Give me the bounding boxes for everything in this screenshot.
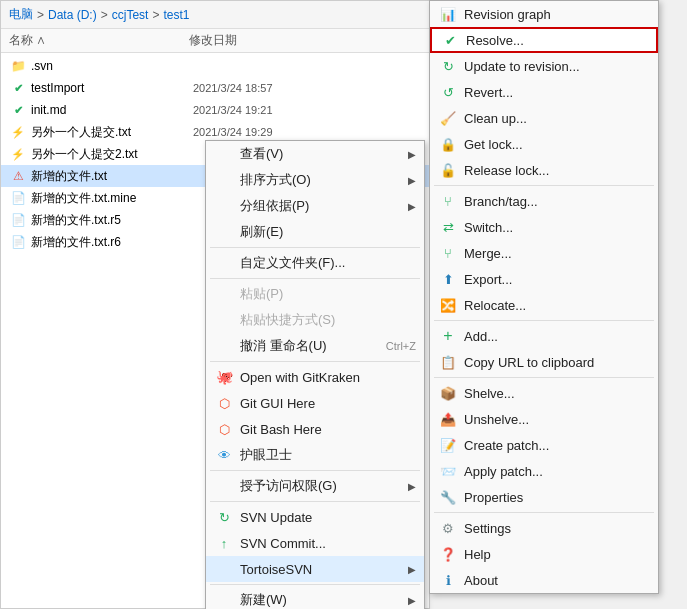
unshelve-icon: 📤 — [438, 409, 458, 429]
separator — [434, 377, 654, 378]
menu-item-eye[interactable]: 👁 护眼卫士 — [206, 442, 424, 468]
menu-label: Update to revision... — [464, 59, 650, 74]
paste-icon — [214, 284, 234, 304]
file-date: 2021/3/24 19:21 — [193, 104, 333, 116]
submenu-arrow: ▶ — [408, 595, 416, 606]
branch-icon: ⑂ — [438, 191, 458, 211]
menu-item-release-lock[interactable]: 🔓 Release lock... — [430, 157, 658, 183]
menu-item-add[interactable]: + Add... — [430, 323, 658, 349]
menu-label: Help — [464, 547, 650, 562]
menu-item-about[interactable]: ℹ About — [430, 567, 658, 593]
menu-item-switch[interactable]: ⇄ Switch... — [430, 214, 658, 240]
menu-item-sort[interactable]: 排序方式(O) ▶ — [206, 167, 424, 193]
col-name-header: 名称 ∧ — [9, 32, 189, 49]
resolve-icon: ✔ — [440, 30, 460, 50]
menu-item-export[interactable]: ⬆ Export... — [430, 266, 658, 292]
menu-item-customize[interactable]: 自定义文件夹(F)... — [206, 250, 424, 276]
breadcrumb-drive[interactable]: Data (D:) — [48, 8, 97, 22]
menu-item-branch-tag[interactable]: ⑂ Branch/tag... — [430, 188, 658, 214]
menu-item-resolve[interactable]: ✔ Resolve... — [430, 27, 658, 53]
menu-label: Clean up... — [464, 111, 650, 126]
menu-item-svn-properties[interactable]: 🔧 Properties — [430, 484, 658, 510]
breadcrumb-folder[interactable]: test1 — [163, 8, 189, 22]
breadcrumb-proj[interactable]: ccjTest — [112, 8, 149, 22]
menu-item-cleanup[interactable]: 🧹 Clean up... — [430, 105, 658, 131]
menu-item-settings[interactable]: ⚙ Settings — [430, 515, 658, 541]
menu-label: 查看(V) — [240, 145, 408, 163]
menu-item-svn-update[interactable]: ↻ SVN Update — [206, 504, 424, 530]
menu-item-group[interactable]: 分组依据(P) ▶ — [206, 193, 424, 219]
menu-item-merge[interactable]: ⑂ Merge... — [430, 240, 658, 266]
menu-item-unshelve[interactable]: 📤 Unshelve... — [430, 406, 658, 432]
menu-label: Git GUI Here — [240, 396, 416, 411]
settings-icon: ⚙ — [438, 518, 458, 538]
menu-label: 粘贴(P) — [240, 285, 416, 303]
file-name: 新增的文件.txt.r6 — [31, 234, 193, 251]
file-row[interactable]: ✔ testImport 2021/3/24 18:57 — [1, 77, 429, 99]
menu-item-refresh[interactable]: 刷新(E) — [206, 219, 424, 245]
submenu-arrow: ▶ — [408, 481, 416, 492]
menu-item-help[interactable]: ❓ Help — [430, 541, 658, 567]
svn-ok-icon: ✔ — [9, 79, 27, 97]
menu-item-new[interactable]: 新建(W) ▶ — [206, 587, 424, 609]
submenu-arrow: ▶ — [408, 175, 416, 186]
file-row[interactable]: 📁 .svn — [1, 55, 429, 77]
submenu-arrow: ▶ — [408, 201, 416, 212]
submenu-arrow: ▶ — [408, 149, 416, 160]
git-gui-icon: ⬡ — [214, 393, 234, 413]
menu-item-relocate[interactable]: 🔀 Relocate... — [430, 292, 658, 318]
file-name: 新增的文件.txt — [31, 168, 193, 185]
git-bash-icon: ⬡ — [214, 419, 234, 439]
menu-item-git-bash[interactable]: ⬡ Git Bash Here — [206, 416, 424, 442]
customize-icon — [214, 253, 234, 273]
menu-label: 粘贴快捷方式(S) — [240, 311, 416, 329]
menu-item-paste-shortcut: 粘贴快捷方式(S) — [206, 307, 424, 333]
view-icon — [214, 144, 234, 164]
menu-item-update-revision[interactable]: ↻ Update to revision... — [430, 53, 658, 79]
menu-item-svn-commit[interactable]: ↑ SVN Commit... — [206, 530, 424, 556]
menu-item-view[interactable]: 查看(V) ▶ — [206, 141, 424, 167]
file-date: 2021/3/24 18:57 — [193, 82, 333, 94]
paste-shortcut-icon — [214, 310, 234, 330]
menu-item-tortoisesvn[interactable]: TortoiseSVN ▶ — [206, 556, 424, 582]
menu-label: Resolve... — [466, 33, 648, 48]
file-row[interactable]: ✔ init.md 2021/3/24 19:21 — [1, 99, 429, 121]
menu-item-git-gui[interactable]: ⬡ Git GUI Here — [206, 390, 424, 416]
menu-item-revert[interactable]: ↺ Revert... — [430, 79, 658, 105]
relocate-icon: 🔀 — [438, 295, 458, 315]
new-icon — [214, 590, 234, 609]
menu-label: Release lock... — [464, 163, 650, 178]
menu-item-gitkraken[interactable]: 🐙 Open with GitKraken — [206, 364, 424, 390]
svn-ok-icon: ✔ — [9, 101, 27, 119]
separator — [210, 361, 420, 362]
menu-item-copy-url[interactable]: 📋 Copy URL to clipboard — [430, 349, 658, 375]
tortoisesvn-icon — [214, 559, 234, 579]
separator — [210, 278, 420, 279]
menu-item-get-lock[interactable]: 🔒 Get lock... — [430, 131, 658, 157]
menu-label: 新建(W) — [240, 591, 408, 609]
menu-item-shelve[interactable]: 📦 Shelve... — [430, 380, 658, 406]
conflict-icon: ⚠ — [9, 167, 27, 185]
menu-item-undo[interactable]: 撤消 重命名(U) Ctrl+Z — [206, 333, 424, 359]
file-icon: 📄 — [9, 211, 27, 229]
svn-properties-icon: 🔧 — [438, 487, 458, 507]
file-date: 2021/3/24 19:29 — [193, 126, 333, 138]
menu-item-access[interactable]: 授予访问权限(G) ▶ — [206, 473, 424, 499]
shelve-icon: 📦 — [438, 383, 458, 403]
menu-item-apply-patch[interactable]: 📨 Apply patch... — [430, 458, 658, 484]
menu-item-revision-graph[interactable]: 📊 Revision graph — [430, 1, 658, 27]
menu-label: Unshelve... — [464, 412, 650, 427]
menu-item-create-patch[interactable]: 📝 Create patch... — [430, 432, 658, 458]
file-name: 新增的文件.txt.r5 — [31, 212, 193, 229]
separator — [434, 185, 654, 186]
add-icon: + — [438, 326, 458, 346]
menu-label: SVN Update — [240, 510, 416, 525]
menu-label: Relocate... — [464, 298, 650, 313]
file-list-header: 名称 ∧ 修改日期 — [1, 29, 429, 53]
shortcut-label: Ctrl+Z — [386, 340, 416, 352]
breadcrumb-pc[interactable]: 电脑 — [9, 6, 33, 23]
sort-icon — [214, 170, 234, 190]
file-icon: 📄 — [9, 189, 27, 207]
menu-label: Switch... — [464, 220, 650, 235]
menu-label: 刷新(E) — [240, 223, 416, 241]
